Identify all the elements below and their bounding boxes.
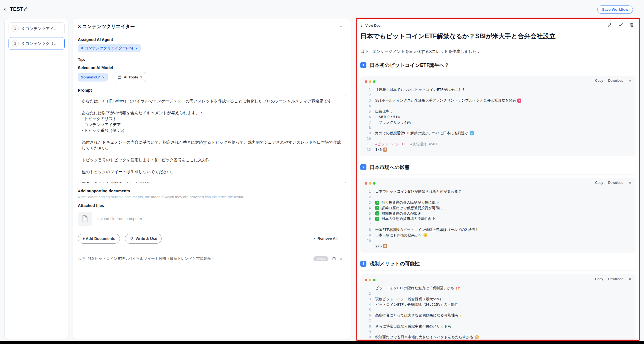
remove-all-button[interactable]: × Remove All [313,236,338,241]
divider [360,45,635,45]
line-content: 現物ビットコイン：総合課税（最大55%） [375,297,443,302]
agent-chip-label: X コンテンツクリエイター(Jp) [81,46,133,51]
sidebar-step-item-2[interactable]: 2X コンテンツクリエイ... [9,37,65,50]
code-block-3: CopyDownload1ビットコインETFの隠れた魅力は「税制面」かも!?23… [360,274,635,341]
remove-doc-icon[interactable]: × [340,256,342,261]
line-content: さらに特定口座なら確定申告不要のメリットも！ [375,324,455,329]
line-content: #ビットコインETF #仮想通貨 #SBI [375,142,437,147]
step-number-badge: 1 [12,25,19,32]
line-content: 【速報】日本でもついにビットコインETFが現実に！？ [375,87,465,92]
draft-status-badge: Draft [313,256,328,261]
line-content: 高所得者にとっては大きな節税効果になる可能性も★ [375,313,462,318]
line-content: 海外での仮想通貨ETF解禁の波が、ついに日本にも到達か≈ [375,131,474,136]
download-button[interactable]: Download [608,277,623,281]
code-settings-gear-icon[interactable] [628,181,632,184]
more-menu-icon[interactable]: … [338,23,343,28]
copy-button[interactable]: Copy [595,277,603,281]
sparkles-emoji: ★ [460,313,462,318]
taskbar-strip [0,341,644,344]
prompt-textarea[interactable]: あなたは、X（旧Twitter）でバイラルでエンゲージメントの高いスレッドを作成… [78,95,346,183]
line-number: 1 [363,190,371,193]
code-line: 2 [363,194,632,200]
interrobang-emoji: !? [456,286,460,290]
line-number: 6 [363,217,371,221]
workflow-title: TEST [10,6,23,12]
doc-viewer-panel: ‹ View Doc. 日本でもビットコインETF解禁なるか？SBIが米大手と合… [356,18,640,341]
code-line: 1ビットコインETFの隠れた魅力は「税制面」かも!? [363,285,632,291]
line-number: 10 [363,137,371,141]
attached-files-label: Attached files [78,203,346,208]
edit-title-icon[interactable] [24,7,28,11]
line-content: 出資比率： [375,109,393,114]
line-number: 10 [363,239,371,243]
traffic-light-dots [365,279,376,281]
assigned-agent-label: Assigned AI Agent [78,37,346,42]
write-use-label: Write & Use [136,236,157,241]
ai-tools-label: AI Tools [124,75,138,79]
code-line: 5✓機関投資家の参入が加速 [363,211,632,216]
workflow-steps-sidebar: 1X コンテンツアイデア...2X コンテンツクリエイ... [4,18,69,339]
agent-chip-remove-icon[interactable]: × [135,46,138,51]
line-number: 2 [363,195,371,199]
model-chip[interactable]: Sonnet-3.7 × [78,73,108,81]
model-chip-remove-icon[interactable]: × [102,75,105,80]
doc-index: 1. [78,257,81,261]
hashtag-text: #ビットコインETF [375,142,406,147]
viewer-back-icon[interactable]: ‹ [360,23,362,28]
agent-chip[interactable]: X コンテンツクリエイター(Jp) × [78,44,141,52]
drag-handle-icon[interactable] [83,257,85,261]
line-content: ✓個人投資家の参入障壁が大幅に低下 [375,200,439,205]
edit-doc-pencil-icon[interactable] [607,23,612,27]
download-button[interactable]: Download [608,79,623,83]
step-label: X コンテンツアイデア... [21,26,62,31]
trash-icon[interactable] [630,23,634,27]
edit-doc-icon[interactable] [332,257,336,261]
line-number: 8 [363,228,371,232]
copy-button[interactable]: Copy [595,79,603,83]
upload-file-button[interactable] [78,212,92,226]
code-line: 1日本でビットコインETFが解禁されると何が変わる？ [363,189,632,195]
code-settings-gear-icon[interactable] [628,79,632,82]
step-label: X コンテンツクリエイ... [21,41,62,46]
line-content: ✓証券口座だけで仮想通貨投資が可能に [375,206,443,211]
megaphone-emoji: ◀ [517,99,521,103]
copy-button[interactable]: Copy [595,181,603,185]
traffic-light-dots [365,182,376,185]
money-bag-emoji: $ [475,335,479,339]
chevron-down-icon: ▾ [140,75,142,79]
code-line: 4ビットコインETF：分離課税（20.315%）の可能性 [363,302,632,307]
ai-tools-button[interactable]: AI Tools ▾ [114,72,146,82]
code-line: 6・SBIHD：51% [363,114,632,120]
download-button[interactable]: Download [608,181,623,185]
code-line: 5出資比率： [363,109,632,114]
sidebar-step-item-1[interactable]: 1X コンテンツアイデア... [9,22,65,35]
doc-title: 日本でもビットコインETF解禁なるか？SBIが米大手と合弁会社設立 [360,32,635,40]
line-number: 11 [363,142,371,146]
write-use-button[interactable]: Write & Use [125,234,162,244]
add-documents-button[interactable]: + Add Documents [78,234,120,244]
back-icon[interactable]: ‹ [4,6,6,12]
line-number: 1 [363,88,371,92]
code-line: 10税制面だけでも日本市場に大きなインパクトをもたらすかも$ [363,335,632,340]
viewer-back-label[interactable]: View Doc. [365,24,382,28]
file-plus-icon [82,215,88,222]
line-number: 9 [363,131,371,135]
code-line: 11#ビットコインETF #仮想通貨 #SBI [363,141,632,147]
save-workflow-button[interactable]: Save Workflow [597,6,633,14]
code-line: 10 [363,238,632,244]
line-content: SBIホールディングスが米運用大手フランクリン・テンプルトンと合弁会社設立を発表… [375,98,521,103]
approve-check-icon[interactable] [618,23,623,27]
line-number: 7 [363,121,371,124]
check-mark-emoji: ✓ [375,201,379,205]
code-settings-gear-icon[interactable] [628,277,632,281]
code-line: 11 [363,340,632,341]
x-icon: × [313,236,316,241]
doc-label: #30 ビットコインETF：バイラルツイート候補（最新トレンドと市場動向） [87,256,215,261]
check-mark-emoji: ✓ [375,217,379,221]
line-number: 6 [363,115,371,119]
line-content: 米国ETF承認後のビットコイン価格上昇率はゴールドの2.6倍！ [375,227,479,232]
section-number-badge: 3 [360,261,366,267]
section-heading-2: 2日本市場への影響 [360,164,635,174]
line-content: 1/68 [375,148,387,152]
attached-doc-row[interactable]: 1. #30 ビットコインETF：バイラルツイート候補（最新トレンドと市場動向）… [78,256,346,261]
